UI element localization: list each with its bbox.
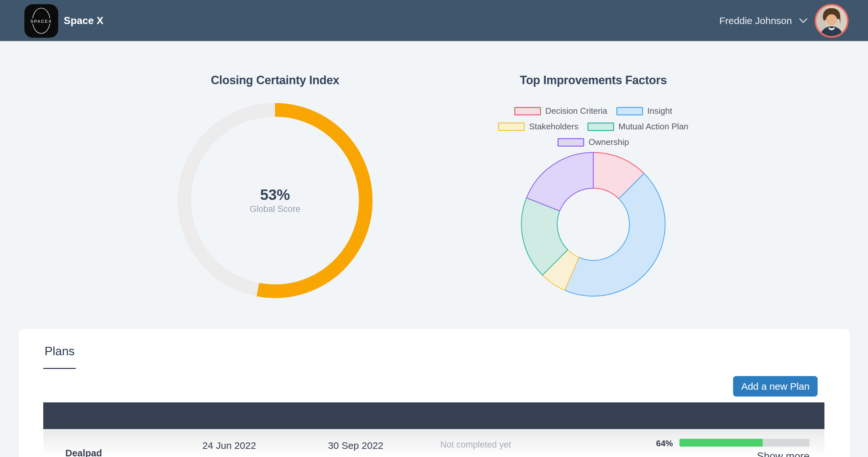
gauge-chart-title: Closing Certainty Index: [145, 73, 405, 87]
add-plan-button[interactable]: Add a new Plan: [733, 376, 817, 396]
dashboard-page: SPACEX Space X Freddie Johnson Closing: [0, 0, 868, 457]
plan-progress-label: 64%: [634, 438, 673, 449]
spacex-logo-icon: SPACEX: [24, 4, 58, 38]
avatar[interactable]: [815, 4, 848, 38]
legend-item-stakeholders[interactable]: Stakeholders: [498, 122, 578, 132]
legend-label: Decision Criteria: [545, 106, 607, 116]
spacex-logo: SPACEX: [24, 4, 58, 38]
plan-progress-fill: [679, 439, 763, 447]
legend-item-ownership[interactable]: Ownership: [558, 137, 629, 147]
improvement-factors-donut: [520, 151, 666, 297]
plan-start-date: 24 Jun 2022: [197, 440, 262, 451]
legend-swatch-insight: [616, 107, 643, 116]
app-title: Space X: [64, 0, 103, 42]
plan-name[interactable]: Dealpad: [65, 448, 102, 457]
legend-row: Ownership: [479, 137, 707, 147]
legend-swatch-ownership: [558, 138, 584, 146]
plans-tab[interactable]: Plans: [44, 345, 75, 358]
legend-label: Stakeholders: [529, 122, 578, 132]
plan-status: Not completed yet: [427, 440, 524, 450]
plans-tab-underline: [43, 368, 76, 369]
svg-text:SPACEX: SPACEX: [31, 19, 52, 24]
legend-label: Mutual Action Plan: [618, 122, 688, 132]
legend-row: Decision Criteria Insight: [479, 106, 707, 116]
plan-end-date: 30 Sep 2022: [323, 440, 388, 451]
legend-swatch-mutual-action-plan: [587, 123, 614, 131]
legend-row: Stakeholders Mutual Action Plan: [479, 122, 707, 132]
factors-legend: Decision Criteria Insight Stakeholders M…: [479, 106, 707, 147]
legend-item-decision-criteria[interactable]: Decision Criteria: [514, 106, 607, 116]
legend-label: Ownership: [588, 137, 629, 147]
table-row[interactable]: Dealpad 24 Jun 2022 30 Sep 2022 Not comp…: [43, 429, 825, 457]
factors-chart-title: Top Improvements Factors: [463, 73, 723, 87]
avatar-photo: [816, 5, 847, 36]
plans-table-header: [43, 402, 825, 429]
user-menu[interactable]: Freddie Johnson: [719, 0, 848, 42]
legend-label: Insight: [647, 106, 672, 116]
plans-card: Plans Add a new Plan Dealpad 24 Jun 2022…: [19, 329, 850, 457]
plan-progress-bar: [679, 439, 809, 447]
top-navbar: SPACEX Space X Freddie Johnson: [0, 0, 868, 42]
chevron-down-icon[interactable]: [799, 18, 808, 23]
legend-item-mutual-action-plan[interactable]: Mutual Action Plan: [587, 122, 688, 132]
donut-segment-ownership[interactable]: [527, 153, 593, 211]
legend-item-insight[interactable]: Insight: [616, 106, 672, 116]
legend-swatch-decision-criteria: [514, 107, 541, 116]
gauge-value-label: 53%: [210, 186, 340, 203]
legend-swatch-stakeholders: [498, 123, 525, 131]
gauge-sublabel: Global Score: [210, 204, 340, 214]
user-name[interactable]: Freddie Johnson: [719, 15, 792, 26]
show-more-link[interactable]: Show more: [757, 450, 809, 457]
